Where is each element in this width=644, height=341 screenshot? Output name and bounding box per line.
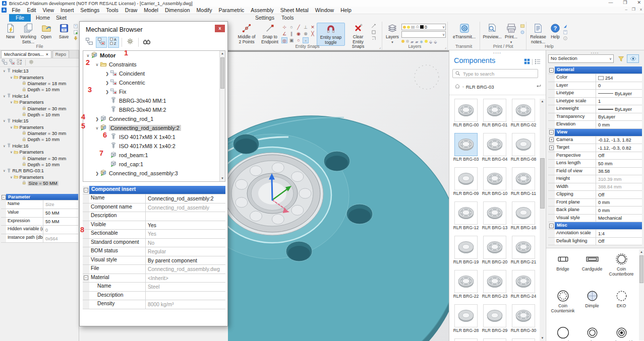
component-item[interactable] [452, 338, 480, 341]
app-menu-icon[interactable]: A [2, 8, 7, 13]
property-value[interactable]: 0 mm [596, 207, 642, 214]
menu-item-file[interactable]: File [9, 7, 24, 13]
search-button[interactable] [141, 37, 152, 48]
property-value[interactable]: -0.12, -1.3, 1.82 [596, 137, 642, 144]
open-button[interactable]: Open [38, 23, 54, 40]
property-value[interactable]: By parent component [146, 256, 225, 265]
selection-dropdown[interactable]: No Selection ∨ [548, 54, 614, 63]
expander-open-icon[interactable]: ∨ [2, 94, 7, 98]
menu-item-window[interactable]: Window [312, 7, 337, 13]
expand-icon[interactable]: + [549, 138, 554, 142]
tab-report[interactable]: Repo [52, 50, 69, 58]
component-item[interactable] [509, 338, 538, 341]
collapse-gutter[interactable]: − [548, 66, 555, 74]
menu-item-assembly[interactable]: Assembly [248, 7, 277, 13]
property-value[interactable]: Size [43, 200, 78, 209]
help-button[interactable]: ? Help [549, 23, 562, 40]
component-item[interactable]: RLR BRG-11 [509, 167, 538, 201]
snap-mode-icon[interactable]: ∠ [281, 31, 287, 37]
menu-item-dimension[interactable]: Dimension [161, 7, 193, 13]
tab-close-icon[interactable]: × [46, 52, 48, 57]
component-item[interactable]: RLR BRG-00 [452, 99, 480, 133]
property-value[interactable]: Mechanical [596, 215, 642, 222]
expander-open-icon[interactable]: ∨ [94, 126, 100, 130]
quick-select-eye-icon[interactable] [627, 54, 639, 63]
minimize-button[interactable]: — [608, 0, 613, 5]
component-item[interactable]: RLR BRG-21 [509, 236, 538, 270]
breadcrumb-current[interactable]: RLR BRG-03 [466, 84, 494, 90]
component-item[interactable]: RLR BRG-29 [481, 304, 509, 338]
expander-open-icon[interactable]: ∨ [2, 144, 7, 148]
expander-open-icon[interactable]: ∨ [2, 69, 7, 73]
form-feature-item[interactable]: Emboss [577, 325, 607, 341]
tree-item[interactable]: Diameter = 30 mm [0, 105, 79, 111]
model-viewport[interactable] [228, 50, 449, 341]
property-value[interactable]: 50 MM [43, 209, 78, 217]
property-value[interactable]: Regular [146, 247, 225, 256]
property-value[interactable]: Steel [146, 283, 225, 291]
collapse-gutter[interactable]: − [83, 186, 89, 194]
home-icon[interactable] [454, 83, 460, 90]
preview-button[interactable]: Preview... [482, 23, 502, 40]
print-button[interactable]: Print... ▾ [503, 23, 519, 44]
tree-item[interactable]: Diameter = 30 mm [0, 155, 79, 161]
tree-item[interactable]: ∨Hole:13 [0, 68, 79, 74]
tree-plain-button[interactable] [84, 37, 95, 48]
property-value[interactable]: Connecting_rod_assembly:2 [146, 194, 225, 203]
property-value[interactable]: 1:4 [596, 230, 642, 237]
component-item[interactable]: RLR BRG-04 [481, 133, 509, 167]
tree-item[interactable]: Depth = 10 mm [0, 137, 79, 143]
collapse-icon[interactable]: − [84, 188, 88, 192]
snap-mode-icon[interactable]: ◎ [281, 37, 287, 43]
property-value[interactable]: 0 [43, 226, 78, 234]
doc-minimize-button[interactable]: ‒ [625, 7, 627, 12]
layers-dialog-launcher[interactable]: ⌟ [445, 45, 446, 49]
snap-mode-icon[interactable]: ◉ [296, 31, 302, 37]
component-item[interactable]: RLR BRG-01 [481, 99, 509, 133]
layers-button[interactable]: Layers ▾ [384, 23, 400, 44]
property-value[interactable]: 50 mm [596, 160, 642, 167]
property-value[interactable]: 310.39 mm [596, 175, 642, 183]
tree-item[interactable]: rod_cap:1 [83, 160, 225, 169]
expander-open-icon[interactable]: ∨ [9, 76, 14, 80]
sort-az-button[interactable]: AZ [108, 37, 119, 48]
collapse-gutter[interactable]: − [1, 194, 6, 200]
property-value[interactable]: 0 [596, 82, 642, 90]
expand-gutter[interactable]: + [548, 137, 555, 144]
expander-closed-icon[interactable]: ❯ [104, 90, 110, 94]
menu-item-insert[interactable]: Insert [57, 7, 77, 13]
collapse-icon[interactable]: − [549, 68, 554, 73]
snap-mode-icon[interactable]: ⊥ [303, 24, 309, 30]
property-value[interactable]: 0x564 [43, 234, 78, 242]
component-item[interactable]: RLR BRG-30 [509, 304, 538, 338]
component-item[interactable]: RLR BRG-20 [481, 236, 509, 270]
release-notes-button[interactable]: Release notes... [529, 23, 548, 45]
snap-to-endpoint-button[interactable]: Snap to Endpoint [259, 23, 280, 45]
grid-view-icon[interactable] [524, 57, 530, 66]
collapse-icon[interactable]: − [84, 276, 88, 280]
snap-mode-icon[interactable]: ▫ [303, 37, 309, 43]
snap-mode-icon[interactable]: ╳ [310, 31, 316, 37]
tree-item[interactable]: ∨Parameters [0, 74, 79, 80]
expander-open-icon[interactable]: ∨ [9, 150, 14, 154]
property-value[interactable] [146, 292, 225, 300]
component-item[interactable]: RLR BRG-23 [481, 270, 509, 304]
expander-closed-icon[interactable]: ❯ [94, 117, 100, 121]
tree-item[interactable]: ❯Concentric [83, 78, 225, 87]
property-value[interactable]: 8000 kg/m³ [146, 300, 225, 309]
property-value[interactable]: Connecting_rod_assembly.dwg [146, 265, 225, 274]
ribbon-tab-sket[interactable]: Sket [49, 14, 73, 22]
component-item[interactable]: RLR BRG-19 [452, 236, 480, 270]
tree-item[interactable]: Diameter = 30 mm [0, 130, 79, 137]
save-button[interactable]: Save [55, 23, 72, 40]
expander-open-icon[interactable]: ∨ [9, 125, 14, 129]
search-input[interactable] [462, 71, 536, 77]
doc-close-button[interactable]: x [640, 7, 642, 12]
collapse-gutter[interactable]: − [83, 274, 89, 283]
middle-of-2-points-button[interactable]: Middle of 2 Points [235, 23, 258, 45]
layer-filter-dropdown[interactable]: ∨ [401, 31, 446, 38]
expander-closed-icon[interactable]: ❯ [104, 81, 110, 85]
tree-item[interactable]: ❯Coincident [83, 69, 225, 78]
file-micro-buttons[interactable]: ? [73, 23, 78, 41]
snap-mode-icon[interactable]: ▣ [288, 37, 295, 43]
